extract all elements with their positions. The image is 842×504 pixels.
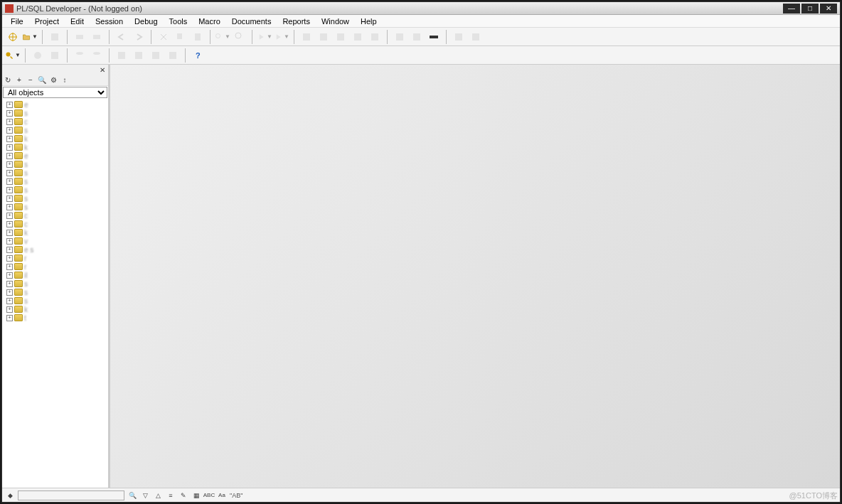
expand-icon[interactable]: + <box>6 187 13 193</box>
expand-icon[interactable]: + <box>6 110 13 117</box>
expand-icon[interactable]: + <box>6 204 13 210</box>
help-button[interactable]: ? <box>190 48 206 63</box>
expand-icon[interactable]: + <box>6 255 13 262</box>
expand-icon[interactable]: + <box>6 264 13 270</box>
status-dropdown[interactable] <box>18 490 124 500</box>
indent-right-button[interactable] <box>350 29 366 45</box>
tree-item[interactable]: +e <box>4 151 107 160</box>
minimize-button[interactable]: — <box>783 4 800 14</box>
find-button[interactable]: ▼ <box>215 29 230 45</box>
breakpoint-button[interactable] <box>426 29 442 45</box>
expand-icon[interactable]: + <box>6 136 13 142</box>
tree-item[interactable]: +v <box>4 237 107 245</box>
replace-button[interactable] <box>232 29 247 45</box>
expand-icon[interactable]: + <box>6 170 13 176</box>
expand-icon[interactable]: + <box>6 306 13 313</box>
expand-icon[interactable]: + <box>6 178 13 185</box>
tree-item[interactable]: +s <box>4 168 107 177</box>
step-into-button[interactable] <box>392 29 407 45</box>
tree-item[interactable]: +k <box>4 228 107 237</box>
tree-item[interactable]: +s <box>4 126 107 134</box>
commit-button[interactable] <box>299 29 314 45</box>
tree-item[interactable]: +s <box>4 109 107 117</box>
expand-icon[interactable]: + <box>6 298 13 304</box>
expand-icon[interactable]: + <box>6 315 13 321</box>
expand-icon[interactable]: + <box>6 247 13 253</box>
sort-tree-icon[interactable]: ↕ <box>60 76 69 85</box>
tree-item[interactable]: +il <box>4 271 107 279</box>
copy-button[interactable] <box>173 29 188 45</box>
status-edit-icon[interactable]: ✎ <box>178 490 188 500</box>
tree-item[interactable]: +r <box>4 254 107 262</box>
tree-item[interactable]: +e s <box>4 245 107 254</box>
format-button[interactable] <box>367 29 383 45</box>
redo-button[interactable] <box>131 29 146 45</box>
tree-item[interactable]: +c <box>4 117 107 126</box>
menu-help[interactable]: Help <box>355 16 383 27</box>
filter-tree-icon[interactable]: ⚙ <box>49 76 58 85</box>
expand-icon[interactable]: + <box>6 161 13 168</box>
compile-button[interactable] <box>47 48 63 63</box>
import-button[interactable] <box>131 48 146 63</box>
step-over-button[interactable] <box>409 29 425 45</box>
query-button[interactable] <box>72 48 87 63</box>
expand-icon[interactable]: + <box>6 213 13 219</box>
menu-debug[interactable]: Debug <box>129 16 163 27</box>
status-case-icon[interactable]: Aa <box>217 490 227 500</box>
expand-icon[interactable]: + <box>6 238 13 245</box>
tree-item[interactable]: +k <box>4 305 107 313</box>
refresh-button[interactable] <box>30 48 46 63</box>
tree-item[interactable]: +c <box>4 211 107 220</box>
expand-icon[interactable]: + <box>6 102 13 108</box>
maximize-button[interactable]: □ <box>801 4 819 14</box>
expand-icon[interactable]: + <box>6 289 13 296</box>
menu-file[interactable]: File <box>5 16 29 27</box>
tree-item[interactable]: +t <box>4 313 107 322</box>
tree-item[interactable]: +k <box>4 134 107 143</box>
report-button[interactable] <box>148 48 164 63</box>
tree-item[interactable]: +r <box>4 262 107 271</box>
tree-item[interactable]: +s <box>4 160 107 168</box>
expand-icon[interactable]: + <box>6 272 13 279</box>
save-button[interactable] <box>47 29 63 45</box>
menu-edit[interactable]: Edit <box>65 16 90 27</box>
tree-item[interactable]: +c <box>4 220 107 228</box>
new-button[interactable] <box>5 29 21 45</box>
open-button[interactable]: ▼ <box>22 29 38 45</box>
explain-button[interactable] <box>89 48 105 63</box>
paste-button[interactable] <box>190 29 206 45</box>
expand-tree-icon[interactable]: + <box>15 76 23 85</box>
expand-icon[interactable]: + <box>6 127 13 134</box>
status-down-icon[interactable]: ▽ <box>140 490 150 500</box>
expand-icon[interactable]: + <box>6 221 13 227</box>
menu-session[interactable]: Session <box>90 16 129 27</box>
indent-left-button[interactable] <box>333 29 348 45</box>
expand-icon[interactable]: + <box>6 195 13 202</box>
object-tree[interactable]: +e+s+c+s+k+k+e+s+s+s+s+s+s+c+c+k+v+e s+r… <box>2 99 108 488</box>
sidebar-close-icon[interactable]: ✕ <box>98 65 107 74</box>
tree-item[interactable]: +s <box>4 288 107 296</box>
cut-button[interactable] <box>156 29 171 45</box>
print-button[interactable] <box>72 29 87 45</box>
status-abc-icon[interactable]: ABC <box>204 490 214 500</box>
window-button[interactable] <box>468 29 484 45</box>
tree-item[interactable]: +s <box>4 194 107 203</box>
find-tree-icon[interactable]: 🔍 <box>38 76 46 85</box>
menu-macro[interactable]: Macro <box>193 16 226 27</box>
menu-tools[interactable]: Tools <box>164 16 193 27</box>
tree-item[interactable]: +e <box>4 100 107 109</box>
tree-item[interactable]: +s <box>4 296 107 305</box>
print-preview-button[interactable] <box>89 29 105 45</box>
execute-button[interactable]: ▼ <box>257 29 272 45</box>
tree-item[interactable]: +s <box>4 203 107 211</box>
status-find-icon[interactable]: 🔍 <box>127 490 137 500</box>
refresh-tree-icon[interactable]: ↻ <box>4 76 12 85</box>
status-up-icon[interactable]: △ <box>153 490 163 500</box>
rollback-button[interactable] <box>316 29 331 45</box>
expand-icon[interactable]: + <box>6 230 13 236</box>
tree-item[interactable]: +s <box>4 186 107 194</box>
menu-window[interactable]: Window <box>316 16 355 27</box>
expand-icon[interactable]: + <box>6 144 13 151</box>
status-grid-icon[interactable]: ▦ <box>191 490 201 500</box>
object-filter-select[interactable]: All objects <box>3 87 107 98</box>
